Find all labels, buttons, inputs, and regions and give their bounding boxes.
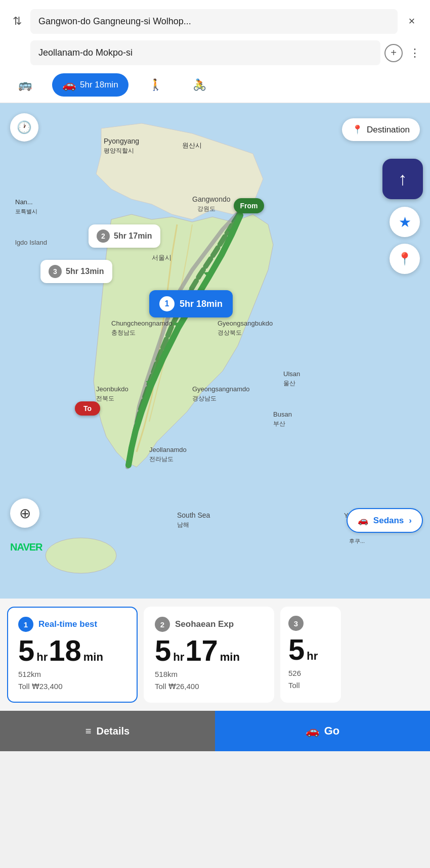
bike-icon: 🚴	[193, 78, 206, 92]
route-2-label[interactable]: 2 5hr 17min	[89, 224, 160, 248]
svg-text:Gyeongsangbukdo: Gyeongsangbukdo	[218, 319, 273, 327]
route-2-number: 2	[97, 230, 110, 243]
walk-icon: 🚶	[149, 78, 162, 92]
card-2-hours: 5	[155, 636, 171, 665]
svg-text:원산시: 원산시	[182, 142, 202, 149]
route-1-number: 1	[159, 296, 175, 311]
from-label: From	[240, 202, 258, 210]
route-1-time: 5hr 18min	[180, 299, 223, 309]
swap-icon: ⇅	[13, 16, 22, 27]
origin-marker: From	[234, 198, 264, 213]
nav-arrow-icon: ↑	[398, 168, 407, 190]
go-button[interactable]: 🚗 Go	[215, 711, 430, 751]
naver-logo: NAVER	[10, 541, 42, 553]
route-3-number: 3	[49, 265, 62, 278]
destination-label: Destination	[367, 125, 410, 135]
svg-text:경상남도: 경상남도	[192, 395, 217, 402]
vehicle-type-button[interactable]: 🚗 Sedans ›	[347, 508, 423, 533]
route-cards-container: 1 Real-time best 5 hr 18 min 512km Toll …	[0, 599, 430, 711]
card-1-title: Real-time best	[38, 619, 97, 629]
svg-text:남해: 남해	[177, 521, 189, 528]
card-3-distance: 526	[288, 667, 333, 679]
card-1-minutes: 18	[49, 636, 81, 665]
destination-row: + ⋮	[30, 40, 422, 65]
sedans-label: Sedans	[373, 516, 404, 526]
go-label: Go	[324, 724, 340, 738]
details-icon: ≡	[85, 725, 92, 737]
svg-text:Gyeongsangnamdo: Gyeongsangnamdo	[192, 385, 249, 393]
svg-text:강원도: 강원도	[197, 205, 216, 212]
favorite-button[interactable]: ★	[390, 207, 420, 237]
card-2-title: Seohaean Exp	[175, 619, 234, 629]
locate-me-button[interactable]: ⊕	[10, 498, 39, 528]
car-icon: 🚗	[62, 78, 76, 92]
location-button[interactable]: 📍	[390, 244, 420, 274]
chevron-right-icon: ›	[409, 516, 412, 526]
destination-input[interactable]	[30, 40, 380, 65]
card-1-min-unit: min	[83, 651, 103, 664]
svg-text:포특별시: 포특별시	[15, 208, 37, 214]
svg-text:경상북도: 경상북도	[218, 329, 242, 336]
mode-bus-button[interactable]: 🚌	[8, 73, 42, 97]
svg-text:평양직할시: 평양직할시	[104, 147, 134, 154]
route-card-1[interactable]: 1 Real-time best 5 hr 18 min 512km Toll …	[7, 607, 138, 703]
svg-text:lgdo Island: lgdo Island	[15, 239, 47, 246]
card-3-number: 3	[288, 616, 304, 631]
route-1-label[interactable]: 1 5hr 18min	[149, 290, 233, 317]
more-options-button[interactable]: ⋮	[407, 45, 422, 61]
add-stop-button[interactable]: +	[384, 44, 403, 62]
to-label: To	[83, 404, 92, 413]
card-1-hours: 5	[18, 636, 34, 665]
crosshair-icon: ⊕	[19, 505, 31, 522]
navigation-button[interactable]: ↑	[382, 159, 423, 199]
svg-text:Chungcheongnamdo: Chungcheongnamdo	[111, 319, 173, 327]
svg-text:전라남도: 전라남도	[149, 455, 174, 463]
route-3-time: 5hr 13min	[66, 267, 104, 276]
destination-button[interactable]: 📍 Destination	[342, 118, 420, 141]
close-button[interactable]: ×	[402, 11, 422, 31]
swap-button[interactable]: ⇅	[8, 6, 26, 36]
origin-input[interactable]	[30, 9, 398, 34]
details-label: Details	[97, 725, 130, 737]
svg-text:서울시: 서울시	[152, 254, 171, 261]
origin-row: ⇅ ×	[8, 6, 422, 36]
card-1-distance: 512km	[18, 668, 126, 680]
svg-text:South Sea: South Sea	[177, 511, 210, 519]
bus-icon: 🚌	[18, 78, 32, 92]
destination-marker: To	[75, 401, 100, 416]
car-sedans-icon: 🚗	[358, 515, 368, 526]
star-icon: ★	[399, 214, 411, 231]
card-2-hr-unit: hr	[173, 651, 184, 664]
car-time-label: 5hr 18min	[80, 80, 118, 90]
svg-text:Nan...: Nan...	[15, 198, 33, 206]
svg-text:울산: 울산	[283, 380, 295, 387]
svg-point-35	[46, 538, 116, 573]
card-2-toll: Toll ₩26,400	[155, 680, 263, 693]
card-2-header: 2 Seohaean Exp	[155, 617, 263, 632]
svg-text:Busan: Busan	[273, 410, 292, 418]
route-2-time: 5hr 17min	[114, 232, 152, 241]
destination-pin-icon: 📍	[352, 124, 363, 135]
svg-text:Ulsan: Ulsan	[283, 370, 300, 378]
history-button[interactable]: 🕐	[10, 113, 38, 142]
card-1-hr-unit: hr	[36, 651, 48, 664]
bottom-bar: ≡ Details 🚗 Go	[0, 711, 430, 751]
card-3-hr-unit: hr	[307, 650, 318, 663]
route-card-3[interactable]: 3 5 hr 526 Toll	[280, 607, 341, 703]
card-3-toll: Toll	[288, 679, 333, 692]
card-3-hours: 5	[288, 635, 305, 664]
mode-bike-button[interactable]: 🚴	[183, 73, 217, 97]
go-car-icon: 🚗	[306, 724, 319, 738]
card-3-header: 3	[288, 616, 333, 631]
route-3-label[interactable]: 3 5hr 13min	[40, 260, 112, 283]
card-2-time: 5 hr 17 min	[155, 636, 263, 665]
svg-text:Jeollanamdo: Jeollanamdo	[149, 446, 187, 453]
card-2-distance: 518km	[155, 668, 263, 680]
mode-car-button[interactable]: 🚗 5hr 18min	[52, 73, 128, 97]
svg-text:Gangwondo: Gangwondo	[192, 195, 231, 203]
card-2-number: 2	[155, 617, 170, 632]
details-button[interactable]: ≡ Details	[0, 711, 215, 751]
route-card-2[interactable]: 2 Seohaean Exp 5 hr 17 min 518km Toll ₩2…	[144, 607, 274, 703]
svg-text:전북도: 전북도	[96, 395, 114, 402]
mode-walk-button[interactable]: 🚶	[139, 73, 173, 97]
